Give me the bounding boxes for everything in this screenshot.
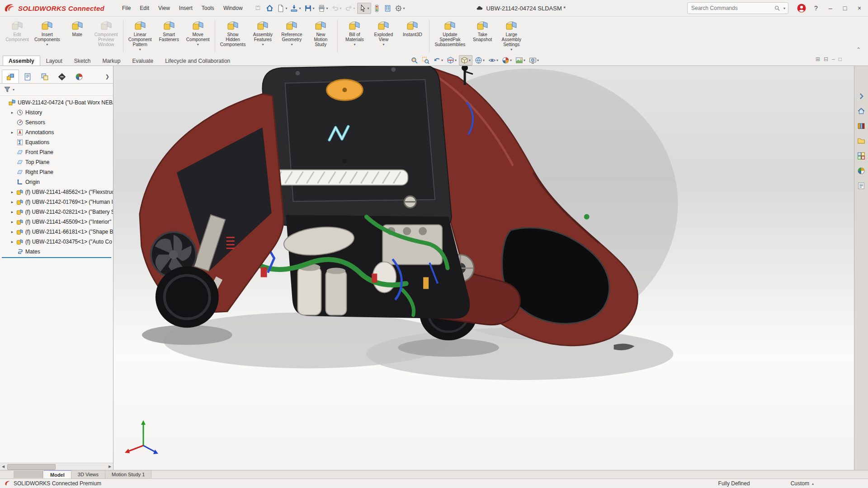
tree-item--f-ubw-21141-66181-1-shape-b[interactable]: ▸(f) UBW-21141-66181<1> ("Shape B [0, 227, 113, 237]
graphics-viewport[interactable] [113, 66, 854, 470]
tree-expand-arrow-icon[interactable]: ▸ [10, 220, 14, 224]
doc-tab-motion-study-1[interactable]: Motion Study 1 [105, 470, 151, 479]
dropdown-arrow-icon[interactable]: ▾ [382, 42, 384, 47]
dropdown-arrow-icon[interactable]: ▾ [313, 6, 315, 10]
tab-scroll-area[interactable] [14, 471, 43, 478]
dropdown-arrow-icon[interactable]: ▾ [291, 42, 292, 47]
menu-edit[interactable]: Edit [136, 3, 153, 13]
viewport-window-icon-2[interactable]: ⊟ [824, 56, 828, 62]
tab-lifecycle-and-collaboration[interactable]: Lifecycle and Collaboration [159, 56, 236, 66]
window-minimize-button[interactable]: – [826, 3, 835, 13]
headsup-previous-view-button[interactable]: ▾ [432, 56, 444, 65]
qat-print[interactable]: ▾ [316, 3, 330, 14]
doc-tab-model[interactable]: Model [44, 470, 71, 479]
status-custom[interactable]: Custom▴ [791, 480, 814, 487]
tree-item-mates[interactable]: Mates [0, 247, 113, 257]
tree-item-sensors[interactable]: Sensors [0, 117, 113, 127]
qat-file-properties[interactable] [382, 3, 393, 14]
pin-menubar-icon[interactable]: ⏍ [253, 5, 263, 12]
ribbon-bill-of-materials-button[interactable]: Bill of Materials▾ [340, 18, 369, 55]
search-input[interactable] [690, 5, 771, 12]
viewport-window-icon-4[interactable]: □ [839, 56, 842, 62]
tab-evaluate[interactable]: Evaluate [126, 56, 159, 66]
tree-item--f-ubw-21141-45509-1-interior-[interactable]: ▸(f) UBW-21141-45509<1> ("Interior" [0, 217, 113, 227]
scrollbar-thumb[interactable] [7, 464, 56, 470]
tab-markup[interactable]: Markup [96, 56, 126, 66]
ribbon-large-assembly-settings-button[interactable]: Large Assembly Settings▾ [497, 18, 526, 55]
menu-view[interactable]: View [154, 3, 174, 13]
ribbon-new-motion-study-button[interactable]: New Motion Study [306, 18, 335, 55]
headsup-view-settings-button[interactable]: ▾ [528, 56, 540, 65]
ribbon-reference-geometry-button[interactable]: Reference Geometry▾ [277, 18, 306, 55]
dropdown-arrow-icon[interactable]: ▾ [524, 58, 525, 62]
menu-insert[interactable]: Insert [175, 3, 197, 13]
dropdown-arrow-icon[interactable]: ▾ [326, 6, 328, 10]
panel-expand-chevron-icon[interactable]: ❯ [105, 74, 109, 80]
dropdown-arrow-icon[interactable]: ▾ [455, 58, 457, 62]
qat-rebuild-traffic-light[interactable] [372, 3, 382, 14]
tree-item-equations[interactable]: Equations [0, 137, 113, 147]
tree-item--f-ubw-21142-01769-1-human-i[interactable]: ▸(f) UBW-21142-01769<1> ("Human I [0, 197, 113, 207]
dropdown-arrow-icon[interactable]: ▾ [354, 42, 355, 47]
ribbon-mate-button[interactable]: Mate [63, 18, 92, 55]
headsup-apply-scene-button[interactable]: ▾ [514, 56, 527, 65]
tree-item--f-ubw-21142-02821-1-battery-s[interactable]: ▸(f) UBW-21142-02821<1> ("Battery S [0, 207, 113, 217]
taskpane-custom-properties-button[interactable] [856, 181, 866, 191]
panel-tab-appearances[interactable] [71, 70, 88, 83]
headsup-hide-show-items-button[interactable]: ▾ [487, 56, 500, 65]
tree-expand-arrow-icon[interactable]: ▸ [10, 200, 14, 204]
tree-item--f-ubw-21141-48562-1-flexstruc[interactable]: ▸(f) UBW-21141-48562<1> ("Flexstruc [0, 187, 113, 197]
ribbon-move-component-button[interactable]: Move Component▾ [184, 18, 212, 55]
tab-sketch[interactable]: Sketch [68, 56, 97, 66]
ribbon-take-snapshot-button[interactable]: Take Snapshot [468, 18, 497, 55]
dropdown-arrow-icon[interactable]: ▾ [354, 6, 355, 10]
scroll-right-icon[interactable]: ▶ [107, 465, 113, 469]
tree-item-right-plane[interactable]: Right Plane [0, 167, 113, 177]
tree-item-annotations[interactable]: ▸Annotations [0, 127, 113, 137]
dropdown-arrow-icon[interactable]: ▾ [496, 58, 498, 62]
panel-tab-dimxpertmanager[interactable] [53, 70, 71, 83]
taskpane-solidworks-resources-button[interactable] [856, 106, 866, 116]
dropdown-arrow-icon[interactable]: ▾ [299, 6, 301, 10]
filter-dropdown-icon[interactable]: ▾ [13, 88, 14, 92]
tree-expand-arrow-icon[interactable]: ▸ [10, 210, 14, 214]
panel-tab-featuremanager[interactable] [2, 70, 19, 83]
headsup-section-view-button[interactable]: ▾ [445, 56, 458, 65]
dropdown-arrow-icon[interactable]: ▾ [510, 47, 512, 52]
headsup-zoom-to-fit-button[interactable] [409, 56, 420, 65]
taskpane-task-pane-arrow-button[interactable] [856, 91, 866, 101]
dropdown-arrow-icon[interactable]: ▾ [368, 6, 369, 10]
tab-assembly[interactable]: Assembly [3, 56, 40, 66]
dropdown-arrow-icon[interactable]: ▾ [139, 47, 141, 52]
qat-save[interactable]: ▾ [303, 3, 316, 14]
ribbon-linear-component-pattern-button[interactable]: Linear Component Pattern▾ [126, 18, 155, 55]
ribbon-update-speedpak-subassemblies-button[interactable]: Update SpeedPak Subassemblies [432, 18, 468, 55]
window-avatar-button[interactable] [797, 3, 807, 13]
dropdown-arrow-icon[interactable]: ▾ [469, 58, 471, 62]
tree-item-ubw-21142-04724-u-boat-worx-neba[interactable]: UBW-21142-04724 ("U-Boat Worx NEBAD [0, 98, 113, 108]
taskpane-appearances-scenes-button[interactable] [856, 166, 866, 176]
menu-tools[interactable]: Tools [198, 3, 218, 13]
ribbon-exploded-view-button[interactable]: Exploded View▾ [369, 18, 398, 55]
tree-item-front-plane[interactable]: Front Plane [0, 147, 113, 157]
tab-layout[interactable]: Layout [40, 56, 68, 66]
headsup-display-style-button[interactable]: ▾ [473, 56, 486, 65]
ribbon-insert-components-button[interactable]: Insert Components▾ [32, 18, 63, 55]
doc-tab-3d-views[interactable]: 3D Views [71, 470, 105, 479]
tree-item-origin[interactable]: Origin [0, 177, 113, 187]
taskpane-design-library-button[interactable] [856, 121, 866, 131]
viewport-window-icon-1[interactable]: ⊞ [816, 56, 820, 62]
menu-file[interactable]: File [118, 3, 135, 13]
dropdown-arrow-icon[interactable]: ▾ [285, 6, 287, 10]
qat-home[interactable] [264, 3, 275, 14]
tree-expand-arrow-icon[interactable]: ▸ [10, 110, 14, 115]
qat-select-cursor[interactable]: ▾ [357, 3, 371, 14]
tree-expand-arrow-icon[interactable]: ▸ [10, 230, 14, 234]
taskpane-file-explorer-button[interactable] [856, 136, 866, 146]
viewport-window-icon-3[interactable]: – [832, 56, 835, 62]
window-maximize-button[interactable]: □ [840, 3, 850, 13]
filter-icon[interactable] [4, 86, 11, 93]
panel-tab-propertymanager[interactable] [19, 70, 36, 83]
search-icon[interactable] [774, 5, 780, 11]
tree-item--f-ubw-21142-03475-1-auto-co[interactable]: ▸(f) UBW-21142-03475<1> ("Auto Co [0, 237, 113, 247]
